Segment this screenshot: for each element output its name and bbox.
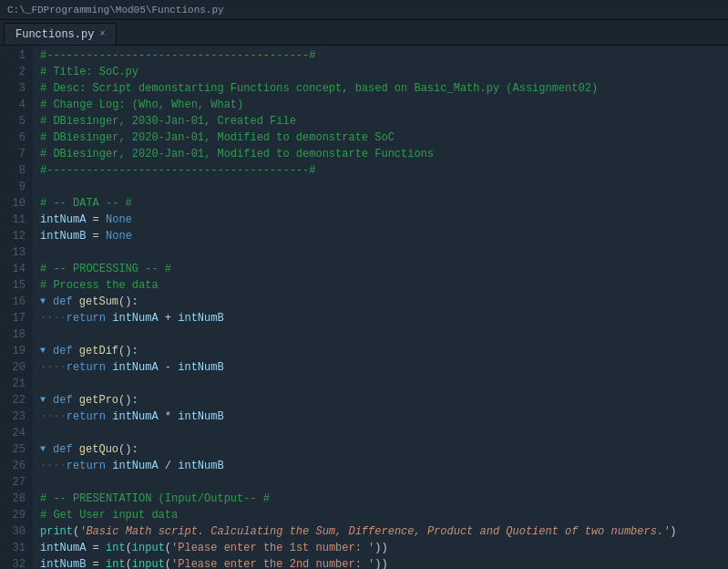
- code-line: intNumA = int(input('Please enter the 1s…: [40, 540, 728, 556]
- code-line: [40, 376, 728, 392]
- token-op: [73, 343, 79, 359]
- token-funcname: getDif: [79, 343, 118, 359]
- token-collapse: ▼: [40, 343, 51, 359]
- line-number: 16: [7, 294, 26, 310]
- line-number: 32: [7, 556, 26, 569]
- token-none: None: [106, 212, 132, 228]
- token-op: [106, 458, 112, 474]
- tab-functions-py[interactable]: Functions.py ×: [4, 23, 117, 45]
- code-line: # Title: SoC.py: [40, 64, 728, 80]
- code-line: ····return intNumA * intNumB: [40, 409, 728, 425]
- code-line: ▼ def getPro():: [40, 392, 728, 409]
- code-line: [40, 474, 728, 491]
- token-funcname: getPro: [79, 392, 118, 409]
- code-line: ····return intNumA / intNumB: [40, 458, 728, 474]
- code-line: [40, 326, 728, 343]
- token-op: ():: [118, 294, 138, 310]
- token-op: )): [374, 540, 387, 556]
- tab-close-icon[interactable]: ×: [99, 29, 105, 39]
- code-line: # DBiesinger, 2020-Jan-01, Modified to d…: [40, 129, 728, 146]
- token-keyword: def: [53, 294, 73, 310]
- code-line: print('Basic Math script. Calculating th…: [40, 523, 728, 540]
- token-keyword: def: [53, 441, 73, 458]
- token-collapse: ▼: [40, 294, 51, 310]
- token-param: intNumB: [178, 409, 223, 425]
- code-line: intNumB = int(input('Please enter the 2n…: [40, 556, 728, 569]
- title-path: C:\_FDProgramming\Mod05\Functions.py: [7, 5, 224, 16]
- token-builtin: int: [106, 540, 126, 556]
- line-number: 11: [7, 212, 26, 228]
- token-comment: #---------------------------------------…: [40, 47, 315, 64]
- token-istring: 'Basic Math script. Calculating the Sum,…: [79, 523, 670, 540]
- line-number: 12: [7, 228, 26, 244]
- token-op: =: [86, 556, 106, 569]
- token-param: intNumB: [40, 228, 86, 244]
- line-number: 9: [7, 179, 26, 195]
- token-comment: #---------------------------------------…: [40, 162, 315, 179]
- code-line: ▼ def getSum():: [40, 294, 728, 310]
- code-line: [40, 425, 728, 441]
- line-number: 30: [7, 523, 26, 540]
- token-op: =: [86, 212, 106, 228]
- line-number: 29: [7, 507, 26, 523]
- token-op: [73, 392, 79, 409]
- token-param: intNumA: [112, 458, 158, 474]
- token-op: [106, 409, 112, 425]
- token-op: /: [159, 458, 179, 474]
- line-numbers: 1234567891011121314151617181920212223242…: [0, 46, 33, 569]
- code-line: ▼ def getDif():: [40, 343, 728, 359]
- token-funcname: getQuo: [79, 441, 118, 458]
- token-comment: # DBiesinger, 2020-Jan-01, Modified to d…: [40, 129, 395, 146]
- token-op: ): [670, 523, 676, 540]
- line-number: 8: [7, 162, 26, 179]
- code-area[interactable]: #---------------------------------------…: [33, 46, 728, 569]
- line-number: 3: [7, 80, 26, 97]
- token-op: +: [159, 310, 179, 326]
- token-comment: # Get User input data: [40, 507, 178, 523]
- token-param: intNumA: [40, 212, 86, 228]
- token-op: (: [126, 556, 132, 569]
- line-number: 28: [7, 491, 26, 507]
- line-number: 22: [7, 392, 26, 409]
- code-line: # Desc: Script demonstarting Functions c…: [40, 80, 728, 97]
- token-param: intNumA: [112, 409, 158, 425]
- code-line: # Get User input data: [40, 507, 728, 523]
- token-op: =: [86, 540, 106, 556]
- code-line: [40, 244, 728, 261]
- token-string: 'Please enter the 1st number: ': [171, 540, 374, 556]
- token-op: (: [126, 540, 132, 556]
- token-dots: ····: [40, 458, 67, 474]
- token-comment: # Title: SoC.py: [40, 64, 138, 80]
- token-op: (: [165, 556, 171, 569]
- code-line: #---------------------------------------…: [40, 47, 728, 64]
- line-number: 4: [7, 97, 26, 113]
- line-number: 27: [7, 474, 26, 491]
- token-op: ():: [118, 343, 138, 359]
- line-number: 31: [7, 540, 26, 556]
- token-comment: # -- PROCESSING -- #: [40, 261, 171, 277]
- token-keyword: return: [67, 458, 106, 474]
- code-line: ▼ def getQuo():: [40, 441, 728, 458]
- code-line: ····return intNumA - intNumB: [40, 359, 728, 376]
- token-op: ():: [118, 441, 138, 458]
- editor: 1234567891011121314151617181920212223242…: [0, 46, 728, 569]
- code-line: #---------------------------------------…: [40, 162, 728, 179]
- token-param: intNumA: [112, 310, 158, 326]
- token-op: [106, 310, 112, 326]
- line-number: 25: [7, 441, 26, 458]
- line-number: 24: [7, 425, 26, 441]
- token-keyword: return: [67, 409, 106, 425]
- line-number: 18: [7, 326, 26, 343]
- token-keyword: return: [67, 359, 106, 376]
- code-line: # -- PRESENTATION (Input/Output-- #: [40, 491, 728, 507]
- code-line: ····return intNumA + intNumB: [40, 310, 728, 326]
- line-number: 15: [7, 277, 26, 294]
- code-line: # DBiesinger, 2020-Jan-01, Modified to d…: [40, 146, 728, 162]
- token-builtin: input: [132, 556, 165, 569]
- token-keyword: return: [67, 310, 106, 326]
- line-number: 17: [7, 310, 26, 326]
- token-comment: # Desc: Script demonstarting Functions c…: [40, 80, 598, 97]
- line-number: 5: [7, 113, 26, 129]
- token-dots: ····: [40, 310, 67, 326]
- code-line: # -- PROCESSING -- #: [40, 261, 728, 277]
